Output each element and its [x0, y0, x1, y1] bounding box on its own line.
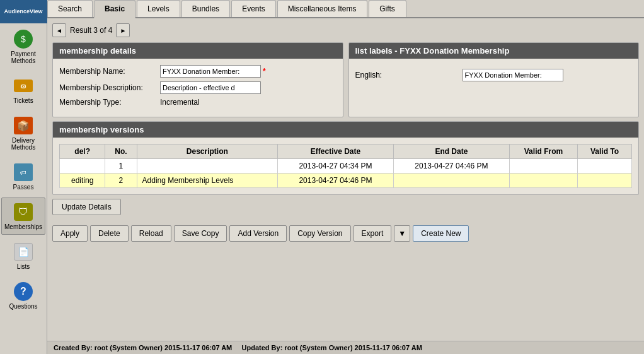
required-indicator: *: [263, 67, 266, 76]
sidebar-label-delivery: Delivery Methods: [3, 137, 43, 151]
add-version-button[interactable]: Add Version: [229, 225, 287, 242]
list-labels-header: list labels - FYXX Donation Membership: [349, 43, 639, 59]
membership-name-row: Membership Name: *: [59, 65, 336, 78]
tickets-icon: 🎟: [12, 76, 35, 96]
cell-valid-from: [509, 174, 577, 188]
sidebar-item-memberships[interactable]: 🛡 Memberships: [1, 198, 45, 235]
created-by-text: Created By: root (System Owner) 2015-11-…: [54, 344, 232, 351]
tab-levels[interactable]: Levels: [137, 0, 180, 17]
col-end-date: End Date: [393, 145, 509, 159]
prev-button[interactable]: ◄: [52, 23, 66, 37]
footer-bar: Created By: root (System Owner) 2015-11-…: [47, 341, 644, 354]
col-del: del?: [60, 145, 105, 159]
cell-effective-date: 2013-04-27 04:34 PM: [278, 159, 394, 174]
lists-icon: 📄: [12, 242, 35, 262]
table-header-row: del? No. Description Effective Date End …: [60, 145, 632, 159]
sidebar-item-lists[interactable]: 📄 Lists: [1, 237, 45, 274]
delete-button[interactable]: Delete: [90, 225, 129, 242]
sidebar-label-questions: Questions: [9, 303, 37, 310]
cell-no: 2: [105, 174, 137, 188]
navigation-row: ◄ Result 3 of 4 ►: [52, 22, 639, 38]
sidebar-label-lists: Lists: [17, 263, 30, 270]
cell-end-date: 2013-04-27 04:46 PM: [393, 159, 509, 174]
content-area: ◄ Result 3 of 4 ► membership details Mem…: [47, 18, 644, 341]
english-input[interactable]: [463, 69, 563, 81]
cell-end-date: [393, 174, 509, 188]
update-details-button[interactable]: Update Details: [52, 199, 121, 215]
membership-versions-panel: membership versions del? No. Description…: [52, 121, 639, 195]
cell-valid-to: [578, 159, 632, 174]
english-label: English:: [355, 71, 456, 80]
reload-button[interactable]: Reload: [131, 225, 171, 242]
list-labels-body: English:: [349, 59, 639, 91]
english-row: English:: [355, 65, 633, 85]
cell-effective-date: 2013-04-27 04:46 PM: [278, 174, 394, 188]
table-row: 12013-04-27 04:34 PM2013-04-27 04:46 PM: [60, 159, 632, 174]
sidebar-label-payment: Payment Methods: [3, 50, 43, 64]
main-content: Search Basic Levels Bundles Events Misce…: [47, 0, 644, 354]
sidebar-item-questions[interactable]: ? Questions: [1, 277, 45, 314]
membership-type-row: Membership Type: Incremental: [59, 98, 336, 107]
action-buttons-row: Apply Delete Reload Save Copy Add Versio…: [52, 225, 639, 242]
sidebar: AudienceView $ Payment Methods 🎟 Tickets…: [0, 0, 47, 354]
cell-no: 1: [105, 159, 137, 174]
tab-basic[interactable]: Basic: [94, 0, 135, 18]
table-row: editing2Adding Membership Levels2013-04-…: [60, 174, 632, 188]
cell-valid-to: [578, 174, 632, 188]
tab-miscellaneous[interactable]: Miscellaneous Items: [277, 0, 367, 17]
result-count: Result 3 of 4: [70, 26, 112, 35]
create-new-button[interactable]: Create New: [413, 225, 469, 242]
membership-type-value: Incremental: [160, 98, 200, 107]
sidebar-label-tickets: Tickets: [13, 97, 33, 104]
membership-details-body: Membership Name: * Membership Descriptio…: [53, 59, 343, 117]
membership-details-header: membership details: [53, 43, 343, 59]
payment-icon: $: [12, 29, 35, 49]
export-button[interactable]: Export: [354, 225, 392, 242]
col-no: No.: [105, 145, 137, 159]
tab-search[interactable]: Search: [47, 0, 93, 17]
list-labels-panel: list labels - FYXX Donation Membership E…: [348, 42, 640, 117]
tab-gifts[interactable]: Gifts: [369, 0, 406, 17]
app-logo: AudienceView: [0, 0, 47, 23]
delivery-icon: 📦: [12, 115, 35, 136]
tab-bundles[interactable]: Bundles: [181, 0, 230, 17]
cell-del: editing: [60, 174, 105, 188]
versions-table: del? No. Description Effective Date End …: [59, 144, 632, 188]
updated-by-text: Updated By: root (System Owner) 2015-11-…: [242, 344, 422, 351]
membership-details-panel: membership details Membership Name: * Me…: [52, 42, 343, 117]
sidebar-item-delivery-methods[interactable]: 📦 Delivery Methods: [1, 111, 45, 155]
col-effective-date: Effective Date: [278, 145, 394, 159]
copy-version-button[interactable]: Copy Version: [289, 225, 350, 242]
passes-icon: 🏷: [12, 162, 35, 182]
membership-description-row: Membership Description:: [59, 81, 336, 94]
sidebar-item-passes[interactable]: 🏷 Passes: [1, 158, 45, 195]
col-valid-to: Valid To: [578, 145, 632, 159]
sidebar-label-passes: Passes: [13, 184, 34, 191]
memberships-icon: 🛡: [12, 202, 35, 222]
apply-button[interactable]: Apply: [52, 225, 88, 242]
top-panels: membership details Membership Name: * Me…: [52, 42, 639, 117]
sidebar-item-payment-methods[interactable]: $ Payment Methods: [1, 25, 45, 69]
sidebar-label-memberships: Memberships: [4, 223, 42, 230]
questions-icon: ?: [12, 281, 35, 302]
tab-events[interactable]: Events: [231, 0, 276, 17]
cell-description: Adding Membership Levels: [137, 174, 277, 188]
membership-versions-body: del? No. Description Effective Date End …: [53, 138, 638, 194]
next-button[interactable]: ►: [116, 23, 130, 37]
tab-bar: Search Basic Levels Bundles Events Misce…: [47, 0, 644, 18]
sidebar-item-tickets[interactable]: 🎟 Tickets: [1, 71, 45, 109]
membership-name-input[interactable]: [160, 65, 261, 78]
col-valid-from: Valid From: [509, 145, 577, 159]
cell-valid-from: [509, 159, 577, 174]
membership-name-label: Membership Name:: [59, 67, 160, 76]
cell-description: [137, 159, 277, 174]
membership-description-label: Membership Description:: [59, 83, 160, 92]
cell-del: [60, 159, 105, 174]
dropdown-button[interactable]: ▼: [394, 225, 410, 242]
membership-type-label: Membership Type:: [59, 98, 160, 107]
save-copy-button[interactable]: Save Copy: [174, 225, 227, 242]
update-details-row: Update Details: [52, 199, 639, 219]
col-description: Description: [137, 145, 277, 159]
membership-description-input[interactable]: [160, 81, 261, 94]
membership-versions-header: membership versions: [53, 122, 638, 138]
